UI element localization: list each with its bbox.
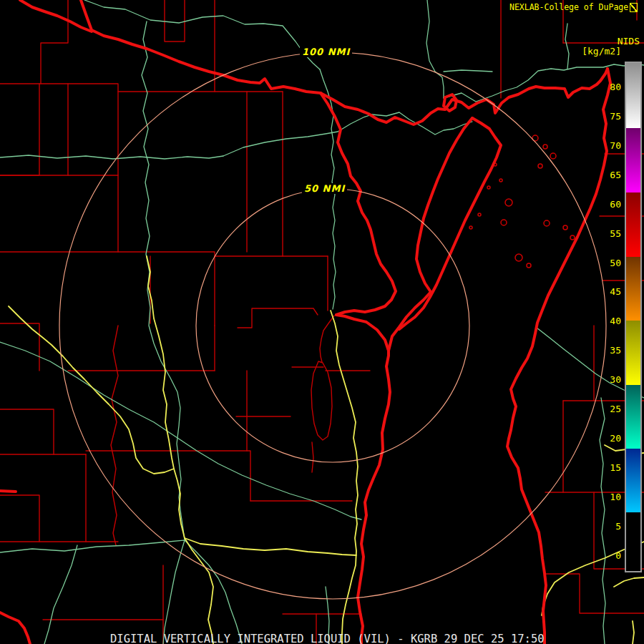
colorbar-segment — [626, 385, 640, 449]
colorbar-tick-label: 40 — [587, 316, 621, 326]
county-borders — [165, 0, 185, 42]
state-shorelines — [0, 491, 16, 492]
colorbar-segment — [626, 449, 640, 512]
roads-secondary — [44, 545, 77, 644]
colorbar-tick-label: 20 — [587, 433, 621, 444]
colorbar-segment — [626, 192, 640, 257]
colorbar-units: [kg/m2] — [565, 46, 621, 57]
range-ring — [196, 189, 469, 462]
roads-primary — [9, 306, 174, 474]
colorbar-segment — [626, 128, 640, 192]
islands-island — [570, 235, 575, 240]
colorbar-tick-label: 10 — [587, 492, 621, 502]
colorbar-tick-label: 45 — [587, 286, 621, 297]
colorbar-tick-label: 25 — [587, 404, 621, 414]
colorbar-tick-label: 60 — [587, 199, 621, 210]
county-borders — [311, 361, 332, 440]
state-shorelines — [336, 315, 389, 351]
islands-island — [478, 213, 481, 216]
colorbar-segment — [626, 63, 640, 128]
roads-primary — [185, 538, 356, 555]
roads-secondary — [84, 0, 320, 69]
colorbar-tick-label: 15 — [587, 462, 621, 473]
county-borders — [312, 442, 313, 472]
county-borders — [0, 409, 54, 454]
roads-primary — [185, 538, 213, 644]
colorbar-tick-label: 70 — [587, 140, 621, 151]
roads-secondary — [142, 21, 185, 540]
state-shorelines — [0, 613, 30, 644]
islands-island — [550, 153, 556, 159]
roads-primary — [331, 311, 358, 644]
roads-primary — [633, 621, 634, 644]
colorbar-tick-label: 30 — [587, 374, 621, 385]
county-borders — [86, 451, 250, 501]
colorbar-tick-label: 65 — [587, 170, 621, 180]
cod-logo-icon — [630, 3, 638, 12]
county-borders — [238, 308, 318, 328]
islands-island — [563, 225, 567, 230]
colorbar-tick-label: 5 — [587, 521, 621, 532]
islands-island — [499, 179, 502, 182]
colorbar-segment — [626, 512, 640, 571]
county-borders — [0, 252, 328, 256]
islands-island — [527, 263, 531, 268]
county-borders — [111, 326, 118, 545]
colorbar-tick-label: 80 — [587, 82, 621, 92]
county-borders — [0, 495, 39, 542]
colorbar-segment — [626, 257, 640, 321]
vil-colorbar — [625, 62, 642, 572]
product-caption: DIGITAL VERTICALLY INTEGRATED LIQUID (VI… — [110, 633, 545, 644]
colorbar-tick-label: 35 — [587, 345, 621, 356]
roads-secondary — [0, 155, 223, 159]
islands-island — [538, 164, 542, 168]
roads-secondary — [223, 114, 372, 156]
state-shorelines — [81, 0, 321, 93]
range-ring-label: 100 NMI — [300, 47, 352, 57]
islands-island — [487, 186, 490, 189]
colorbar-tick-label: 75 — [587, 111, 621, 122]
radar-map — [0, 0, 644, 644]
county-borders — [320, 316, 334, 362]
colorbar-segment — [626, 321, 640, 385]
islands-island — [469, 226, 472, 229]
islands-island — [543, 145, 547, 149]
radar-display: NEXLAB-College of DuPage NIDS [kg/m2] 80… — [0, 0, 644, 644]
roads-secondary — [426, 0, 444, 98]
range-ring-label: 50 NMI — [302, 183, 347, 194]
islands-island — [505, 199, 512, 206]
roads-secondary — [444, 70, 492, 72]
islands-island — [501, 220, 507, 225]
state-shorelines — [20, 0, 92, 31]
colorbar-title: NIDS — [587, 36, 640, 47]
roads-secondary — [163, 540, 185, 644]
state-shorelines — [321, 69, 608, 125]
brand-text: NEXLAB-College of DuPage — [509, 2, 628, 12]
colorbar-tick-label: 0 — [587, 550, 621, 561]
county-borders — [0, 84, 283, 92]
islands-island — [544, 220, 550, 226]
colorbar-tick-label: 55 — [587, 228, 621, 239]
state-shorelines — [358, 351, 390, 644]
islands-island — [515, 254, 522, 261]
range-ring — [59, 52, 606, 599]
roads-primary — [614, 577, 644, 587]
county-borders — [0, 84, 39, 175]
colorbar-tick-label: 50 — [587, 258, 621, 268]
